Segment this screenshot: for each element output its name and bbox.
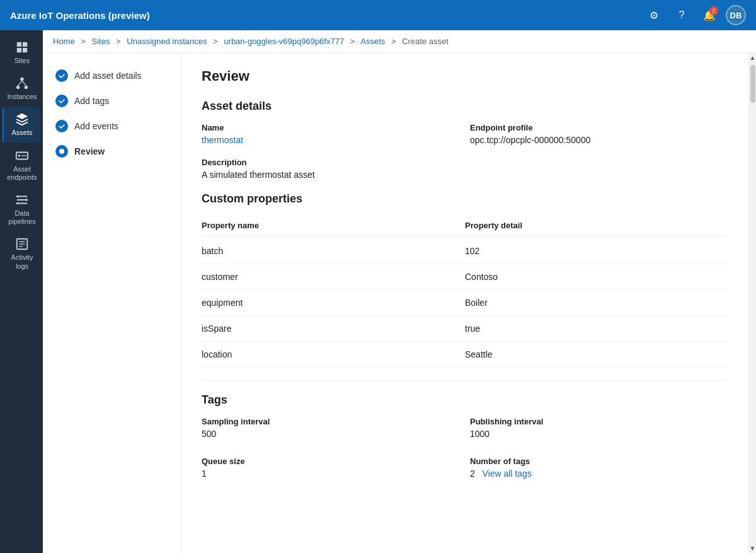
svg-point-6 [25, 86, 28, 90]
asset-details-grid: Name thermostat Endpoint profile opc.tcp… [202, 123, 728, 153]
publishing-interval-label: Publishing interval [470, 417, 728, 426]
asset-name-item: Name thermostat [202, 123, 460, 145]
svg-point-14 [16, 202, 19, 205]
notifications-button[interactable]: 🔔 2 [698, 4, 721, 26]
queue-size-value: 1 [202, 469, 460, 479]
table-row: customer Contoso [202, 264, 728, 290]
topbar-icons: ⚙ ? 🔔 2 DB [643, 4, 746, 26]
endpoint-profile-value: opc.tcp://opcplc-000000:50000 [470, 135, 728, 145]
description-value: A simulated thermostat asset [202, 170, 728, 180]
sidebar-item-instances[interactable]: Instances [3, 71, 40, 106]
sidebar-item-sites-label: Sites [14, 57, 30, 65]
step-icon-add-asset-details [55, 69, 68, 82]
inner-layout: Add asset details Add tags Add events [43, 53, 756, 553]
sampling-interval-value: 500 [202, 429, 460, 439]
step-icon-add-events [55, 120, 68, 132]
sidebar: Sites Instances Assets [0, 30, 43, 553]
table-row: location Seattle [202, 342, 728, 368]
property-name-cell: batch [202, 246, 465, 256]
svg-rect-0 [17, 42, 21, 47]
scroll-indicator: ▲ ▼ [748, 53, 756, 553]
help-button[interactable]: ? [670, 4, 693, 26]
custom-properties-table-header: Property name Property detail [202, 216, 728, 236]
step-icon-review [55, 145, 68, 158]
tags-grid-row1: Sampling interval 500 Publishing interva… [202, 417, 728, 446]
property-name-cell: isSpare [202, 323, 465, 334]
main-layout: Sites Instances Assets [0, 30, 756, 553]
scroll-down-arrow[interactable]: ▼ [748, 544, 756, 553]
asset-name-value[interactable]: thermostat [202, 135, 460, 145]
wizard-step-add-events[interactable]: Add events [43, 114, 181, 139]
wizard-step-add-asset-details-label: Add asset details [74, 71, 142, 81]
sidebar-item-assets-label: Assets [11, 129, 32, 137]
table-row: equipment Boiler [202, 290, 728, 316]
wizard-step-add-events-label: Add events [74, 121, 118, 131]
svg-point-5 [16, 86, 20, 90]
breadcrumb-current: Create asset [402, 37, 449, 46]
activity-logs-icon [15, 237, 29, 251]
avatar[interactable]: DB [726, 5, 746, 25]
sampling-interval-item: Sampling interval 500 [202, 417, 460, 439]
svg-rect-1 [23, 42, 27, 47]
topbar: Azure IoT Operations (preview) ⚙ ? 🔔 2 D… [0, 0, 756, 30]
section-divider [202, 380, 728, 381]
number-of-tags-value: 2 View all tags [470, 469, 728, 479]
svg-point-10 [18, 154, 21, 157]
sidebar-item-asset-endpoints[interactable]: Asset endpoints [3, 144, 40, 187]
asset-endpoints-icon [15, 149, 29, 163]
scroll-thumb[interactable] [750, 65, 755, 103]
queue-size-label: Queue size [202, 457, 460, 466]
assets-icon [15, 112, 29, 126]
sidebar-item-activity-logs-label: Activity logs [6, 253, 38, 270]
breadcrumb-home[interactable]: Home [53, 37, 75, 46]
settings-button[interactable]: ⚙ [643, 4, 665, 26]
breadcrumb-sites[interactable]: Sites [92, 37, 110, 46]
step-icon-add-tags [55, 95, 68, 107]
property-detail-cell: Seattle [465, 349, 728, 359]
description-item: Description A simulated thermostat asset [202, 158, 728, 180]
content-area: Home > Sites > Unassigned instances > ur… [43, 30, 756, 553]
breadcrumb-instance[interactable]: urban-goggles-v69pq969p6fx777 [224, 37, 344, 46]
property-name-cell: customer [202, 272, 465, 282]
scroll-up-arrow[interactable]: ▲ [748, 53, 756, 62]
svg-rect-3 [23, 48, 27, 52]
sidebar-item-data-pipelines-label: Data pipelines [6, 209, 38, 226]
svg-line-7 [18, 81, 22, 86]
asset-details-section-title: Asset details [202, 100, 728, 113]
tags-section-title: Tags [202, 393, 728, 407]
sidebar-item-sites[interactable]: Sites [3, 35, 40, 70]
queue-size-item: Queue size 1 [202, 457, 460, 479]
property-detail-header: Property detail [465, 221, 728, 230]
sidebar-item-instances-label: Instances [7, 93, 37, 101]
number-of-tags-item: Number of tags 2 View all tags [470, 457, 728, 479]
review-main-content: Review Asset details Name thermostat End… [181, 53, 748, 553]
description-label: Description [202, 158, 728, 167]
breadcrumb-unassigned-instances[interactable]: Unassigned instances [127, 37, 207, 46]
breadcrumb-assets[interactable]: Assets [360, 37, 385, 46]
custom-properties-section-title: Custom properties [202, 192, 728, 206]
table-row: isSpare true [202, 316, 728, 342]
data-pipelines-icon [15, 193, 29, 207]
wizard-step-add-asset-details[interactable]: Add asset details [43, 63, 181, 88]
sidebar-item-assets[interactable]: Assets [3, 107, 40, 142]
number-of-tags-count: 2 [470, 469, 475, 479]
number-of-tags-label: Number of tags [470, 457, 728, 466]
notification-count: 2 [709, 6, 718, 15]
svg-line-8 [22, 81, 26, 86]
sidebar-item-activity-logs[interactable]: Activity logs [3, 232, 40, 275]
property-detail-cell: 102 [465, 246, 728, 256]
svg-point-4 [20, 78, 24, 81]
sampling-interval-label: Sampling interval [202, 417, 460, 426]
property-detail-cell: true [465, 323, 728, 334]
asset-name-label: Name [202, 123, 460, 132]
page-title: Review [202, 68, 728, 84]
wizard-step-add-tags[interactable]: Add tags [43, 88, 181, 114]
table-row: batch 102 [202, 238, 728, 264]
publishing-interval-value: 1000 [470, 429, 728, 439]
instances-icon [15, 76, 29, 90]
view-all-tags-link[interactable]: View all tags [482, 469, 531, 479]
wizard-nav: Add asset details Add tags Add events [43, 53, 181, 553]
sidebar-item-data-pipelines[interactable]: Data pipelines [3, 188, 40, 231]
endpoint-profile-item: Endpoint profile opc.tcp://opcplc-000000… [470, 123, 728, 145]
wizard-step-review[interactable]: Review [43, 139, 181, 164]
